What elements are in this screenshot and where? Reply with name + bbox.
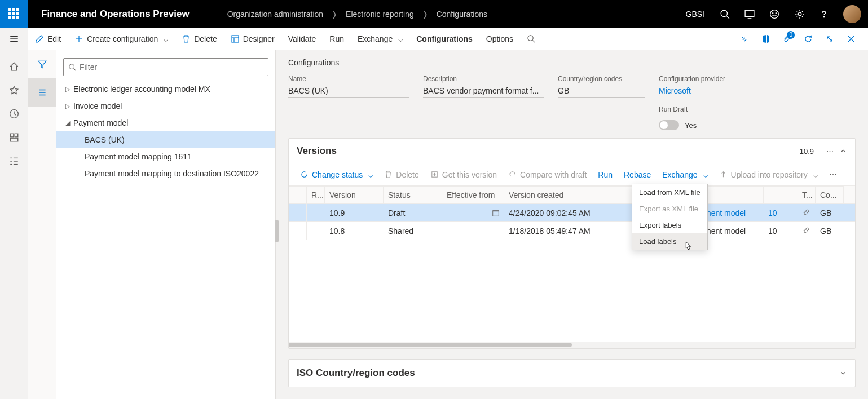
chevron-down-icon[interactable] [839,369,847,377]
filter-input[interactable] [80,63,263,72]
menu-item-load-xml[interactable]: Load from XML file [632,184,707,201]
cell-basenum: 10 [764,222,797,240]
cell-basenum[interactable]: 10 [764,204,797,221]
filter-icon[interactable] [28,50,56,78]
detail-panel: Configurations NameBACS (UK) Description… [276,50,868,399]
col-cc[interactable]: Co... [816,186,844,203]
configurations-tab[interactable]: Configurations [409,28,479,50]
field-country-codes: Country/region codesGB [558,75,645,98]
breadcrumb-item[interactable]: Configurations [437,10,487,19]
table-row[interactable]: 10.8 Shared 1/18/2018 05:49:47 AM KB4 ym… [289,222,855,240]
get-version-button[interactable]: Get this version [425,166,503,184]
modules-icon[interactable] [0,149,28,173]
upload-icon [719,170,728,179]
cell-effective[interactable] [442,204,504,221]
attachments-icon[interactable]: 0 [777,28,797,50]
office-icon[interactable] [755,28,776,50]
emoji-icon[interactable] [762,0,787,28]
search-action-button[interactable] [520,28,542,50]
upload-button[interactable]: Upload into repository⌵ [713,166,823,184]
col-status[interactable]: Status [384,186,442,203]
create-configuration-button[interactable]: Create configuration⌵ [68,28,175,50]
rebase-button[interactable]: Rebase [618,166,656,184]
menu-item-load-labels[interactable]: Load labels [632,233,707,250]
btn-label: Change status [312,170,363,179]
cell-effective [442,222,504,240]
expand-icon[interactable]: ▷ [62,86,73,93]
link-icon[interactable] [734,28,754,50]
delete-version-button[interactable]: Delete [378,166,424,184]
calendar-icon[interactable] [492,209,500,217]
collapse-icon[interactable] [839,147,847,155]
table-row[interactable]: 10.9 Draft 4/24/2020 09:02:45 AM yment m… [289,204,855,222]
field-name: NameBACS (UK) [288,75,409,98]
splitter-handle[interactable] [275,220,279,242]
refresh-icon[interactable] [798,28,818,50]
help-icon[interactable] [812,0,836,28]
run-draft-toggle[interactable] [659,120,679,130]
popout-icon[interactable] [819,28,840,50]
col-effective[interactable]: Effective from [442,186,504,203]
app-title: Finance and Operations Preview [28,8,203,20]
exchange-button[interactable]: Exchange⌵ [351,28,409,50]
tree-node[interactable]: ◢Payment model [56,114,275,131]
exchange-version-button[interactable]: Exchange⌵ [656,166,713,184]
tree-label: Payment model mapping 1611 [85,152,192,161]
field-value[interactable]: BACS (UK) [288,86,409,98]
tree-node[interactable]: ▷Electronic ledger accounting model MX [56,81,275,97]
attachments-badge: 0 [787,31,795,39]
versions-meta: 10.9 [800,147,821,156]
validate-label: Validate [288,34,316,43]
cell-attachment[interactable] [797,204,816,221]
tree-node[interactable]: Payment model mapping to destination ISO… [56,165,275,182]
list-icon[interactable] [28,78,56,107]
col-r[interactable]: R... [307,186,325,203]
edit-button[interactable]: Edit [28,28,68,50]
close-icon[interactable] [841,28,861,50]
gear-icon[interactable] [787,0,812,28]
options-tab[interactable]: Options [479,28,520,50]
hamburger-icon[interactable] [0,28,28,50]
run-version-button[interactable]: Run [592,166,618,184]
filter-box[interactable] [63,58,268,76]
tree-node[interactable]: ▷Invoice model [56,97,275,114]
home-icon[interactable] [0,55,28,78]
collapse-icon[interactable]: ◢ [62,119,73,127]
field-value[interactable]: BACS vendor payment format f... [423,86,544,98]
breadcrumb-item[interactable]: Electronic reporting [346,10,414,19]
chevron-down-icon: ⌵ [813,170,818,179]
breadcrumb-item[interactable]: Organization administration [227,10,323,19]
tree-node[interactable]: Payment model mapping 1611 [56,148,275,165]
star-icon[interactable] [0,78,28,102]
compare-button[interactable]: Compare with draft [503,166,592,184]
more-button[interactable]: ⋯ [823,166,843,184]
cell-attachment[interactable] [797,222,816,240]
horizontal-scrollbar[interactable] [289,342,855,348]
field-value-link[interactable]: Microsoft [659,86,780,97]
legal-entity[interactable]: GBSI [678,10,712,19]
field-value[interactable]: GB [558,86,645,98]
expand-icon[interactable]: ▷ [62,103,73,110]
validate-button[interactable]: Validate [281,28,323,50]
exchange-label: Exchange [358,34,393,43]
tree-node-selected[interactable]: BACS (UK) [56,131,275,148]
more-icon[interactable]: ⋯ [821,147,839,156]
svg-line-35 [74,69,76,71]
monitor-icon[interactable] [737,0,762,28]
col-att[interactable]: T... [797,186,816,203]
waffle-launcher[interactable] [0,0,28,28]
clock-icon[interactable] [0,102,28,126]
iso-card[interactable]: ISO Country/region codes [288,359,856,387]
cell-version: 10.9 [325,204,384,221]
search-icon[interactable] [712,0,737,28]
workspace-icon[interactable] [0,126,28,149]
download-icon [430,170,439,179]
designer-button[interactable]: Designer [224,28,281,50]
run-button[interactable]: Run [323,28,351,50]
change-status-button[interactable]: Change status⌵ [294,166,378,184]
delete-button[interactable]: Delete [175,28,223,50]
col-version[interactable]: Version [325,186,384,203]
menu-item-export-labels[interactable]: Export labels [632,217,707,233]
avatar[interactable] [843,5,861,23]
col-created[interactable]: Version created [504,186,628,203]
